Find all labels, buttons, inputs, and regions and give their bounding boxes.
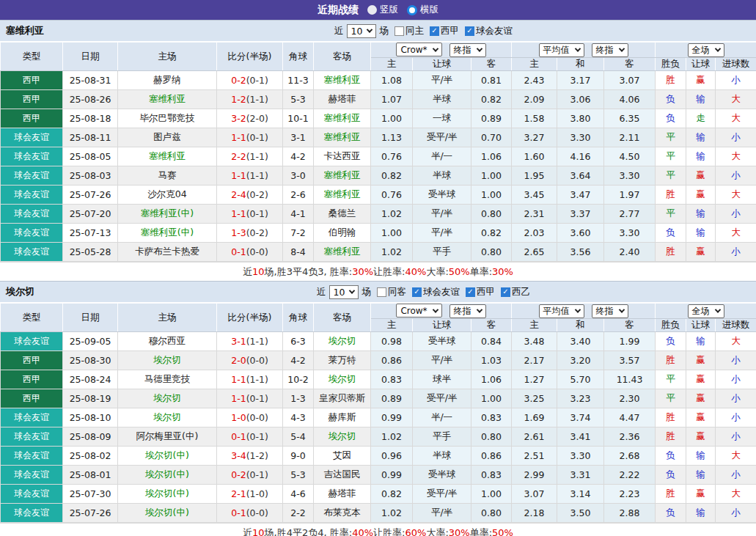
home-team-cell: 塞维利亚(中): [118, 205, 217, 224]
result-cell: 胜: [656, 186, 686, 205]
matches-label: 场: [379, 25, 389, 37]
summary-segment: 60%: [405, 527, 426, 536]
crow-away-odds: 0.81: [471, 71, 512, 90]
scope-select[interactable]: 全场: [688, 304, 724, 318]
col-header-date: 日期: [63, 304, 118, 332]
corner-cell: 1-3: [283, 389, 314, 408]
date-cell: 25-08-18: [63, 109, 118, 128]
date-cell: 25-08-11: [63, 128, 118, 147]
crow-away-odds: 1.00: [471, 166, 512, 186]
average-select[interactable]: 平均值: [539, 304, 584, 318]
crow-away-odds: 0.80: [471, 504, 512, 523]
goals-result-cell: 小: [716, 389, 756, 408]
score-cell: 1-3(0-2): [217, 224, 283, 243]
col-header-score: 比分(半场): [217, 43, 283, 71]
final-index-select[interactable]: 终指: [592, 43, 628, 57]
avg-home-odds: 2.43: [512, 71, 557, 90]
bookmaker-select[interactable]: Crow*: [396, 43, 441, 56]
avg-home-odds: 2.09: [512, 90, 557, 109]
match-row: 西甲25-08-24马德里竞技1-1(1-1)10-2埃尔切0.83球半1.06…: [1, 370, 756, 389]
layout-vertical-radio[interactable]: 竖版: [367, 4, 398, 16]
col-header-result: 胜负: [656, 58, 686, 71]
avg-away-odds: 11.43: [604, 370, 656, 389]
score-cell: 0-1(0-0): [217, 504, 283, 523]
col-header-guest-odds: 客: [604, 58, 656, 71]
home-team-cell: 塞维利亚: [118, 147, 217, 166]
away-team-cell: 塞维利亚: [314, 186, 371, 205]
away-team-cell: 埃尔切: [314, 332, 371, 351]
handicap-result-cell: 赢: [686, 408, 716, 427]
crow-away-odds: 1.03: [471, 351, 512, 370]
avg-home-odds: 3.45: [512, 186, 557, 205]
avg-away-odds: 4.06: [604, 90, 656, 109]
chevron-down-icon: [714, 306, 720, 312]
final-index-select[interactable]: 终指: [449, 43, 486, 57]
match-count-select[interactable]: 10: [329, 285, 359, 299]
avg-away-odds: 3.57: [604, 351, 656, 370]
avg-draw-odds: 3.37: [557, 205, 604, 224]
halftime-score: (2-0): [246, 113, 268, 124]
record-summary: 近10场,胜3平4负3, 胜率:30% 让胜率:40% 大率:50% 单率:30…: [0, 262, 756, 281]
chevron-down-icon: [476, 307, 482, 313]
match-row: 球会友谊25-08-03马赛1-1(1-1)3-0塞维利亚0.82半球1.001…: [1, 166, 756, 186]
final-index-select[interactable]: 终指: [592, 304, 628, 318]
handicap-result-cell: 输: [686, 504, 716, 523]
crow-handicap: 受平/半: [413, 389, 471, 408]
result-cell: 胜: [656, 485, 686, 504]
fulltime-score: 3-4: [231, 450, 246, 461]
corner-cell: 4-2: [283, 351, 314, 370]
scope-select[interactable]: 全场: [688, 43, 724, 57]
crow-away-odds: 1.00: [471, 186, 512, 205]
match-row: 球会友谊25-07-26沙尔克042-4(0-2)2-6塞维利亚0.76受半球1…: [1, 186, 756, 205]
date-cell: 25-09-05: [63, 332, 118, 351]
away-team-cell: 莱万特: [314, 351, 371, 370]
filter-checkbox-西甲[interactable]: ✓西甲: [430, 25, 459, 37]
bookmaker-controls: Crow* 终指: [371, 304, 512, 319]
match-row: 球会友谊25-08-11图卢兹1-1(0-1)3-1塞维利亚1.13受平/半0.…: [1, 128, 756, 147]
chevron-down-icon: [574, 45, 580, 51]
avg-away-odds: 2.40: [604, 243, 656, 262]
avg-draw-odds: 3.50: [557, 504, 604, 523]
filter-checkbox-同客[interactable]: 同客: [377, 286, 406, 298]
away-team-cell: 赫塔菲: [314, 485, 371, 504]
col-header-home: 主场: [118, 43, 217, 71]
handicap-result-cell: 输: [686, 147, 716, 166]
filter-checkbox-西乙[interactable]: ✓西乙: [501, 286, 530, 298]
league-cell: 球会友谊: [1, 243, 63, 262]
score-cell: 1-1(1-1): [217, 370, 283, 389]
handicap-result-cell: 输: [686, 447, 716, 466]
recent-results-page: 近期战绩 竖版 横版 塞维利亚 近10场同主✓西甲✓球会友谊 类型: [0, 0, 756, 536]
scope-controls: 全场: [656, 43, 756, 58]
home-team-cell: 埃尔切: [118, 408, 217, 427]
crow-away-odds: 0.80: [471, 205, 512, 224]
col-header-guest-odds: 客: [471, 58, 512, 71]
goals-result-cell: 小: [716, 71, 756, 90]
crow-handicap: 半/一: [413, 147, 471, 166]
bookmaker-select[interactable]: Crow*: [396, 304, 441, 317]
crow-home-odds: 1.02: [371, 243, 413, 262]
average-select[interactable]: 平均值: [539, 43, 584, 57]
filter-checkbox-同主[interactable]: 同主: [394, 25, 424, 37]
match-count-select[interactable]: 10: [347, 24, 377, 38]
corner-cell: 7-2: [283, 224, 314, 243]
results-table: 类型 日期 主场 比分(半场) 角球 客场 Crow* 终指 平均值 终指: [0, 42, 756, 262]
away-team-cell: 塞维利亚: [314, 243, 371, 262]
home-team-cell: 埃尔切(中): [118, 466, 217, 485]
crow-home-odds: 0.99: [371, 466, 413, 485]
fulltime-score: 2-0: [231, 355, 246, 366]
layout-horizontal-radio[interactable]: 横版: [407, 4, 438, 16]
corner-cell: 9-0: [283, 447, 314, 466]
date-cell: 25-08-24: [63, 370, 118, 389]
col-header-guest-odds: 客: [471, 319, 512, 332]
handicap-result-cell: 赢: [686, 166, 716, 186]
fulltime-score: 1-1: [231, 393, 246, 404]
title-bar: 近期战绩 竖版 横版: [0, 0, 756, 20]
filter-checkbox-西甲[interactable]: ✓西甲: [466, 286, 495, 298]
filter-checkbox-球会友谊[interactable]: ✓球会友谊: [412, 286, 460, 298]
near-label: 近: [317, 286, 326, 298]
avg-home-odds: 1.60: [512, 147, 557, 166]
final-index-select[interactable]: 终指: [449, 304, 486, 318]
team-bar: 塞维利亚 近10场同主✓西甲✓球会友谊: [0, 20, 756, 42]
filter-checkbox-球会友谊[interactable]: ✓球会友谊: [465, 25, 513, 37]
date-cell: 25-08-05: [63, 147, 118, 166]
